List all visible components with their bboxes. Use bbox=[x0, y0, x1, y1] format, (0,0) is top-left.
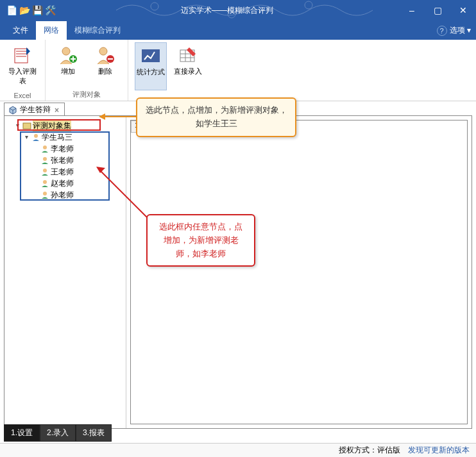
add-button[interactable]: 增加 bbox=[52, 42, 84, 88]
data-grid[interactable]: 1 学生马三 bbox=[130, 120, 468, 424]
menu-bar: 文件 网络 模糊综合评判 ? 选项 ▾ bbox=[0, 21, 476, 40]
svg-point-12 bbox=[43, 145, 47, 149]
tree-root-label: 评测对象集 bbox=[33, 120, 71, 131]
status-bar: 授权方式：评估版 发现可更新的版本 bbox=[0, 443, 476, 457]
menu-network[interactable]: 网络 bbox=[36, 21, 67, 40]
quick-access-toolbar: 📄 📂 💾 🛠️ bbox=[0, 5, 55, 15]
document-tab[interactable]: 学生答辩 × bbox=[4, 103, 65, 117]
svg-rect-3 bbox=[15, 49, 28, 63]
window-title: 迈实学术——模糊综合评判 bbox=[55, 5, 399, 16]
svg-point-15 bbox=[43, 180, 47, 184]
person-small-icon bbox=[40, 190, 49, 199]
tree-root-row[interactable]: ▾ 评测对象集 bbox=[13, 120, 126, 131]
stat-mode-button[interactable]: 统计方式 bbox=[135, 42, 167, 90]
tree-teacher-row[interactable]: 孙老师 bbox=[31, 189, 126, 201]
chart-icon bbox=[140, 46, 161, 66]
person-icon bbox=[31, 133, 40, 142]
close-button[interactable]: ✕ bbox=[450, 0, 476, 21]
tree-teacher-label: 王老师 bbox=[51, 166, 74, 178]
tree-teacher-label: 赵老师 bbox=[51, 178, 74, 189]
chevron-down-icon[interactable]: ▾ bbox=[13, 120, 21, 131]
callout-add-object: 选此节点，点增加，为新增评测对象，如学生王三 bbox=[136, 97, 296, 137]
tree-teacher-label: 李老师 bbox=[51, 143, 74, 154]
chevron-down-icon[interactable]: ▾ bbox=[22, 131, 30, 143]
delete-button[interactable]: 删除 bbox=[89, 42, 121, 88]
tree-teacher-label: 孙老师 bbox=[51, 189, 74, 201]
person-small-icon bbox=[40, 156, 49, 165]
menu-options[interactable]: 选项 ▾ bbox=[450, 25, 471, 36]
grid-pane: 1 学生马三 bbox=[126, 116, 472, 428]
cube-icon bbox=[8, 106, 17, 115]
tree-teacher-row[interactable]: 王老师 bbox=[31, 166, 126, 178]
import-table-button[interactable]: 导入评测表 bbox=[6, 42, 38, 90]
svg-point-13 bbox=[43, 157, 47, 161]
tab-input[interactable]: 2.录入 bbox=[40, 424, 76, 442]
person-small-icon bbox=[40, 167, 49, 176]
edit-grid-icon bbox=[178, 45, 198, 65]
tab-settings[interactable]: 1.设置 bbox=[4, 424, 40, 442]
maximize-button[interactable]: ▢ bbox=[425, 0, 450, 21]
tree-student-label: 学生马三 bbox=[42, 131, 72, 143]
import-icon bbox=[12, 45, 33, 65]
category-icon bbox=[22, 121, 31, 130]
tree-pane: ▾ 评测对象集 ▾ 学生马三 李老师张老师王老师赵老师孙老师 bbox=[4, 116, 126, 428]
ribbon-group-misc: 统计方式 直接录入 bbox=[128, 40, 210, 101]
tools-icon[interactable]: 🛠️ bbox=[45, 5, 55, 15]
direct-input-button[interactable]: 直接录入 bbox=[172, 42, 204, 90]
folder-icon[interactable]: 📂 bbox=[19, 5, 30, 15]
svg-point-6 bbox=[99, 47, 107, 55]
auth-mode-label: 授权方式：评估版 bbox=[339, 445, 400, 456]
menu-fuzzy[interactable]: 模糊综合评判 bbox=[67, 21, 128, 40]
minimize-button[interactable]: – bbox=[399, 0, 425, 21]
person-small-icon bbox=[40, 144, 49, 153]
tab-close-button[interactable]: × bbox=[53, 106, 60, 115]
bottom-tabs: 1.设置 2.录入 3.报表 bbox=[4, 424, 112, 442]
ribbon-group-excel: 导入评测表 Excel bbox=[0, 40, 46, 101]
save-icon[interactable]: 💾 bbox=[32, 5, 42, 15]
update-link[interactable]: 发现可更新的版本 bbox=[408, 445, 470, 456]
tree-teacher-row[interactable]: 赵老师 bbox=[31, 178, 126, 189]
svg-rect-10 bbox=[23, 123, 31, 129]
add-person-icon bbox=[58, 45, 78, 65]
ribbon-group-target: 增加 删除 评测对象 bbox=[46, 40, 128, 101]
svg-rect-8 bbox=[142, 49, 160, 62]
callout-add-teacher: 选此框内任意节点，点增加，为新增评测老师，如李老师 bbox=[146, 214, 255, 267]
svg-point-11 bbox=[34, 134, 38, 138]
tab-report[interactable]: 3.报表 bbox=[76, 424, 112, 442]
title-bar: 📄 📂 💾 🛠️ 迈实学术——模糊综合评判 – ▢ ✕ bbox=[0, 0, 476, 21]
content-area: ▾ 评测对象集 ▾ 学生马三 李老师张老师王老师赵老师孙老师 bbox=[4, 115, 472, 429]
help-icon[interactable]: ? bbox=[437, 26, 447, 36]
delete-person-icon bbox=[95, 45, 115, 65]
tree-teacher-row[interactable]: 张老师 bbox=[31, 154, 126, 166]
person-small-icon bbox=[40, 179, 49, 188]
svg-point-4 bbox=[62, 47, 70, 55]
ribbon: 导入评测表 Excel 增加 删除 评测对象 统计方式 直接录入 bbox=[0, 40, 476, 101]
file-open-icon[interactable]: 📄 bbox=[6, 5, 17, 15]
svg-point-16 bbox=[43, 192, 47, 195]
tree-student-row[interactable]: ▾ 学生马三 bbox=[22, 131, 126, 143]
tree-teacher-row[interactable]: 李老师 bbox=[31, 143, 126, 154]
document-tab-title: 学生答辩 bbox=[20, 104, 51, 115]
svg-point-14 bbox=[43, 169, 47, 172]
object-tree[interactable]: ▾ 评测对象集 ▾ 学生马三 李老师张老师王老师赵老师孙老师 bbox=[4, 120, 126, 201]
menu-file[interactable]: 文件 bbox=[5, 21, 36, 40]
tree-teacher-label: 张老师 bbox=[51, 154, 74, 166]
